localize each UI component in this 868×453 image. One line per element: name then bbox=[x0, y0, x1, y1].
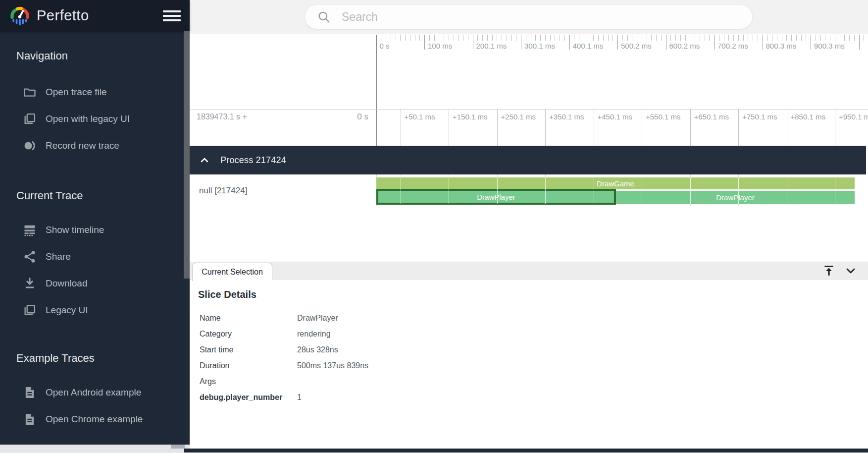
ruler-tick-minor bbox=[396, 35, 396, 41]
ruler-tick-minor bbox=[535, 35, 536, 41]
process-group-header[interactable]: Process 217424 bbox=[190, 146, 866, 174]
ruler-tick-minor bbox=[593, 35, 594, 41]
ruler-tick-minor bbox=[531, 35, 531, 41]
ruler-tick-minor bbox=[709, 35, 710, 41]
ruler-tick-minor bbox=[410, 35, 410, 41]
document-icon bbox=[22, 385, 37, 400]
ruler-tick-minor bbox=[637, 35, 637, 41]
ruler-tick-minor bbox=[540, 35, 541, 41]
ruler-tick-minor bbox=[728, 35, 729, 41]
offset-gridline bbox=[690, 109, 691, 146]
slice-drawplayer[interactable]: DrawPlayer bbox=[376, 189, 616, 205]
ruler-tick-major bbox=[617, 35, 618, 50]
slice-drawgame[interactable]: DrawGame bbox=[376, 177, 855, 189]
tab-current-selection[interactable]: Current Selection bbox=[192, 263, 272, 281]
perfetto-logo-icon bbox=[9, 5, 31, 27]
offset-tick-label: +550.1 ms bbox=[646, 113, 680, 121]
ruler-tick-minor bbox=[743, 35, 744, 41]
sidebar-item-show-timeline[interactable]: Show timeline bbox=[0, 217, 184, 243]
search-icon bbox=[317, 10, 331, 24]
ruler-tick-minor bbox=[685, 35, 686, 41]
offset-tick-label: +150.1 ms bbox=[453, 113, 487, 121]
chevron-down-icon bbox=[844, 264, 858, 278]
offset-gridline bbox=[642, 109, 642, 146]
ruler-tick-minor bbox=[516, 35, 516, 41]
ruler-tick-minor bbox=[661, 35, 662, 41]
sidebar-item-download[interactable]: Download bbox=[0, 270, 184, 297]
ruler-tick-minor bbox=[844, 35, 845, 41]
detail-row: Start time28us 328ns bbox=[200, 342, 368, 358]
ruler-tick-minor bbox=[675, 35, 676, 41]
dock-to-top-button[interactable] bbox=[821, 263, 836, 278]
sidebar-item-open-with-legacy-ui[interactable]: Open with legacy UI bbox=[0, 106, 184, 132]
ruler-tick-minor bbox=[579, 35, 579, 41]
ruler-tick-label: 700.2 ms bbox=[717, 42, 748, 50]
ruler-tick-label: 200.1 ms bbox=[476, 42, 507, 50]
offset-ruler-divider bbox=[190, 109, 868, 110]
tab-label: Current Selection bbox=[202, 268, 263, 277]
ruler-tick-minor bbox=[724, 35, 724, 41]
sidebar-scrollbar[interactable] bbox=[184, 31, 190, 279]
track-gridline-overlay bbox=[449, 177, 449, 204]
slice-drawplayer[interactable]: DrawPlayer bbox=[616, 191, 855, 204]
timeline-icon bbox=[22, 223, 37, 237]
detail-label: Duration bbox=[200, 361, 297, 370]
ruler-tick-minor bbox=[700, 35, 700, 41]
ruler-tick-minor bbox=[777, 35, 777, 41]
ruler-tick-minor bbox=[864, 35, 864, 41]
ruler-tick-minor bbox=[733, 35, 734, 41]
layers-icon bbox=[22, 112, 37, 126]
ruler-tick-minor bbox=[574, 35, 574, 41]
ruler-tick-minor bbox=[613, 35, 613, 41]
section-title: Example Traces bbox=[0, 351, 184, 365]
ruler-tick-label: 500.2 ms bbox=[621, 42, 652, 50]
offset-gridline bbox=[594, 109, 594, 146]
search-input[interactable] bbox=[341, 10, 752, 24]
section-title: Current Trace bbox=[0, 189, 184, 203]
detail-value: 1 bbox=[297, 393, 302, 402]
sidebar-item-label: Open with legacy UI bbox=[46, 113, 130, 124]
details-panel: Slice Details NameDrawPlayerCategoryrend… bbox=[190, 280, 868, 449]
ruler-tick-major bbox=[859, 35, 860, 50]
timeline-origin-line bbox=[376, 35, 377, 146]
offset-gridline bbox=[401, 109, 401, 146]
ruler-tick-minor bbox=[680, 35, 681, 41]
sidebar-item-open-android-example[interactable]: Open Android example bbox=[0, 379, 184, 406]
sidebar-header: Perfetto bbox=[0, 0, 190, 31]
ruler-tick-minor bbox=[434, 35, 435, 41]
detail-value: 500ms 137us 839ns bbox=[297, 361, 368, 370]
details-panel-title: Slice Details bbox=[198, 289, 256, 300]
ruler-tick-minor bbox=[492, 35, 493, 41]
ruler-tick-minor bbox=[507, 35, 507, 41]
chevron-up-icon[interactable] bbox=[199, 154, 210, 166]
ruler-tick-minor bbox=[454, 35, 454, 41]
ruler-tick-minor bbox=[840, 35, 840, 41]
collapse-panel-button[interactable] bbox=[843, 263, 858, 278]
track-gridline-overlay bbox=[497, 177, 498, 204]
ruler-tick-minor bbox=[497, 35, 497, 41]
sidebar-item-legacy-ui[interactable]: Legacy UI bbox=[0, 297, 184, 324]
sidebar-item-open-trace-file[interactable]: Open trace file bbox=[0, 79, 184, 106]
sidebar-item-open-chrome-example[interactable]: Open Chrome example bbox=[0, 406, 184, 433]
ruler-tick-label: 0 s bbox=[380, 42, 390, 50]
sidebar-item-share[interactable]: Share bbox=[0, 243, 184, 270]
offset-tick-label: +350.1 ms bbox=[549, 113, 584, 121]
search-box[interactable] bbox=[305, 4, 753, 29]
ruler-tick-major bbox=[763, 35, 763, 50]
ruler-tick-major bbox=[811, 35, 811, 50]
sidebar-item-label: Show timeline bbox=[46, 225, 104, 235]
ruler-tick-minor bbox=[468, 35, 468, 41]
ruler-tick-label: 400.1 ms bbox=[573, 42, 604, 50]
trace-time-offset-origin: 0 s bbox=[190, 112, 368, 122]
track-gridline-overlay bbox=[787, 177, 787, 204]
ruler-tick-minor bbox=[758, 35, 758, 41]
ruler-tick-minor bbox=[642, 35, 642, 41]
ruler-tick-minor bbox=[772, 35, 772, 41]
ruler-tick-minor bbox=[560, 35, 560, 41]
track-name[interactable]: null [217424] bbox=[199, 186, 247, 196]
hamburger-menu-icon[interactable] bbox=[163, 9, 181, 22]
sidebar-item-record-new-trace[interactable]: Record new trace bbox=[0, 132, 184, 159]
ruler-tick-minor bbox=[511, 35, 512, 41]
offset-gridline bbox=[449, 109, 449, 146]
ruler-tick-minor bbox=[555, 35, 555, 41]
